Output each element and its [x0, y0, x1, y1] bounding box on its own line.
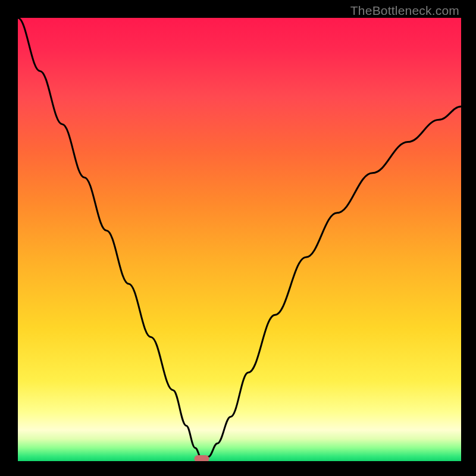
plot-area — [18, 18, 461, 461]
bottleneck-curve-svg — [18, 18, 461, 461]
bottleneck-curve-line — [18, 18, 461, 459]
optimal-point-marker — [195, 455, 209, 461]
watermark-label: TheBottleneck.com — [350, 4, 459, 18]
chart-container: TheBottleneck.com — [0, 0, 476, 476]
